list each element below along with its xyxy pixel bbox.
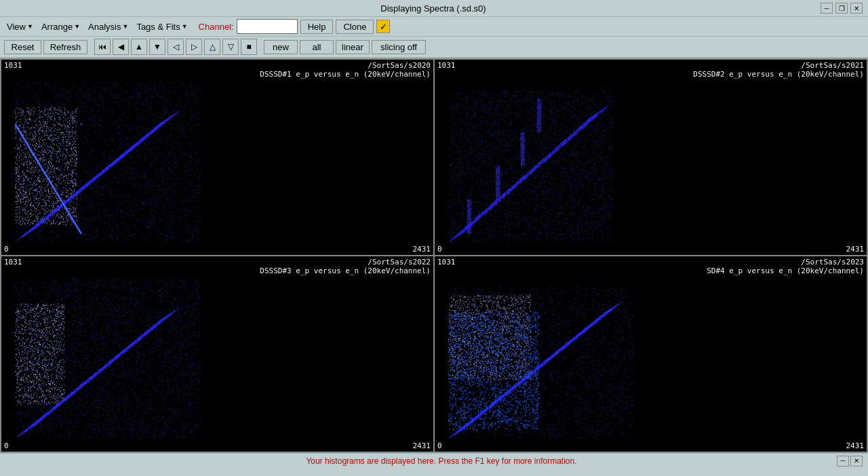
tags-fits-label: Tags & Fits bbox=[136, 22, 180, 32]
down-button[interactable]: ▼ bbox=[149, 39, 165, 55]
channel-label: Channel: bbox=[199, 22, 234, 32]
status-bar: Your histograms are displayed here. Pres… bbox=[0, 453, 868, 468]
panel-1-title: /SortSas/s2020 bbox=[260, 61, 431, 70]
arrange-arrow: ▼ bbox=[74, 23, 80, 30]
panel-4-subtitle: SD#4 e_p versus e_n (20keV/channel) bbox=[707, 266, 864, 275]
panel-4-ymax: 1031 bbox=[437, 258, 456, 266]
window-title: Displaying Spectra (.sd.s0) bbox=[46, 3, 821, 14]
panel-4: 1031 /SortSas/s2023 SD#4 e_p versus e_n … bbox=[435, 256, 867, 452]
channel-input[interactable] bbox=[237, 19, 298, 34]
panel-2-xmax: 2431 bbox=[846, 245, 865, 254]
panel-3-xmin: 0 bbox=[4, 441, 9, 450]
panel-2-header: /SortSas/s2021 DSSSD#2 e_p versus e_n (2… bbox=[693, 61, 864, 79]
linear-button[interactable]: linear bbox=[336, 40, 370, 54]
panel-3-subtitle: DSSSD#3 e_p versus e_n (20keV/channel) bbox=[260, 266, 431, 275]
up-button[interactable]: ▲ bbox=[131, 39, 147, 55]
panel-2: 1031 /SortSas/s2021 DSSSD#2 e_p versus e… bbox=[435, 60, 867, 255]
panel-1-header: /SortSas/s2020 DSSSD#1 e_p versus e_n (2… bbox=[260, 61, 431, 79]
view-menu[interactable]: View ▼ bbox=[4, 20, 36, 33]
close-button[interactable]: ✕ bbox=[850, 3, 863, 14]
panel-2-xmin: 0 bbox=[437, 245, 442, 254]
panel-1-ymax: 1031 bbox=[4, 61, 22, 70]
panel-4-xmax: 2431 bbox=[846, 441, 865, 450]
help-button[interactable]: Help bbox=[300, 20, 334, 34]
menu-bar: View ▼ Arrange ▼ Analysis ▼ Tags & Fits … bbox=[0, 17, 868, 37]
status-message: Your histograms are displayed here. Pres… bbox=[46, 456, 837, 466]
panel-3-title: /SortSas/s2022 bbox=[260, 258, 431, 266]
spectra-grid: 1031 /SortSas/s2020 DSSSD#1 e_p versus e… bbox=[0, 58, 868, 453]
panel-2-ymax: 1031 bbox=[437, 61, 456, 70]
panel-2-title: /SortSas/s2021 bbox=[693, 61, 864, 70]
reset-button[interactable]: Reset bbox=[4, 40, 41, 54]
skip-back-button[interactable]: ⏮ bbox=[94, 39, 111, 55]
panel-1-xmin: 0 bbox=[4, 245, 9, 254]
slicing-off-button[interactable]: slicing off bbox=[372, 40, 426, 54]
status-minimize-button[interactable]: ─ bbox=[837, 456, 849, 467]
view-label: View bbox=[7, 22, 26, 32]
panel-3-xmax: 2431 bbox=[413, 441, 431, 450]
next-button[interactable]: ▷ bbox=[186, 39, 202, 55]
tags-fits-arrow: ▼ bbox=[182, 23, 188, 30]
tri-down-button[interactable]: ▽ bbox=[222, 39, 239, 55]
new-button[interactable]: new bbox=[264, 40, 298, 54]
analysis-arrow: ▼ bbox=[122, 23, 128, 30]
analysis-menu[interactable]: Analysis ▼ bbox=[85, 20, 131, 33]
restore-button[interactable]: ❐ bbox=[835, 3, 848, 14]
panel-1: 1031 /SortSas/s2020 DSSSD#1 e_p versus e… bbox=[1, 60, 433, 255]
arrange-label: Arrange bbox=[41, 22, 73, 32]
refresh-button[interactable]: Refresh bbox=[43, 40, 87, 54]
clone-button[interactable]: Clone bbox=[336, 20, 374, 34]
panel-4-xmin: 0 bbox=[437, 441, 442, 450]
panel-4-canvas bbox=[435, 256, 867, 452]
tags-fits-menu[interactable]: Tags & Fits ▼ bbox=[134, 20, 190, 33]
panel-3-canvas bbox=[1, 256, 433, 452]
toolbar: Reset Refresh ⏮ ◀ ▲ ▼ ◁ ▷ △ ▽ ■ new all … bbox=[0, 37, 868, 58]
tri-up-button[interactable]: △ bbox=[204, 39, 220, 55]
panel-1-subtitle: DSSSD#1 e_p versus e_n (20keV/channel) bbox=[260, 70, 431, 79]
panel-2-subtitle: DSSSD#2 e_p versus e_n (20keV/channel) bbox=[693, 70, 864, 79]
panel-4-title: /SortSas/s2023 bbox=[707, 258, 864, 266]
panel-4-header: /SortSas/s2023 SD#4 e_p versus e_n (20ke… bbox=[707, 258, 864, 275]
arrange-menu[interactable]: Arrange ▼ bbox=[39, 20, 83, 33]
all-button[interactable]: all bbox=[300, 40, 334, 54]
panel-1-xmax: 2431 bbox=[413, 245, 431, 254]
window-controls: ─ ❐ ✕ bbox=[821, 3, 863, 14]
panel-3-header: /SortSas/s2022 DSSSD#3 e_p versus e_n (2… bbox=[260, 258, 431, 275]
panel-3: 1031 /SortSas/s2022 DSSSD#3 e_p versus e… bbox=[1, 256, 433, 452]
checkbox-yellow[interactable]: ✓ bbox=[376, 20, 390, 33]
prev-button[interactable]: ◁ bbox=[167, 39, 184, 55]
panel-3-ymax: 1031 bbox=[4, 258, 22, 266]
minimize-button[interactable]: ─ bbox=[821, 3, 833, 14]
analysis-label: Analysis bbox=[88, 22, 121, 32]
panel-1-canvas bbox=[1, 60, 433, 255]
panel-2-canvas bbox=[435, 60, 867, 255]
stop-button[interactable]: ■ bbox=[241, 39, 257, 55]
status-controls: ─ ✕ bbox=[837, 456, 863, 467]
view-arrow: ▼ bbox=[27, 23, 33, 30]
step-back-button[interactable]: ◀ bbox=[113, 39, 129, 55]
status-close-button[interactable]: ✕ bbox=[850, 456, 863, 467]
title-bar: Displaying Spectra (.sd.s0) ─ ❐ ✕ bbox=[0, 0, 868, 17]
